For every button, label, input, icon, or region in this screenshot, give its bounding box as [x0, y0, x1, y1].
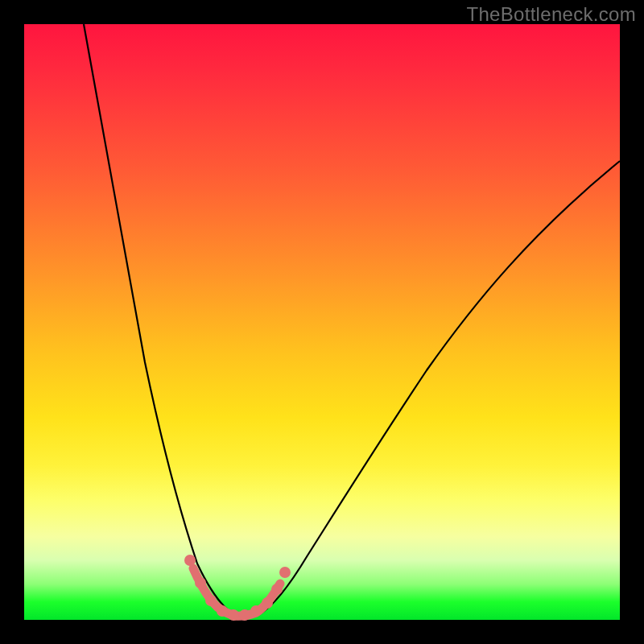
optimal-marker — [262, 597, 273, 609]
optimal-marker — [228, 609, 239, 621]
optimal-marker — [250, 605, 262, 617]
bottleneck-curve-svg — [24, 24, 620, 620]
plot-area — [24, 24, 620, 620]
chart-frame: TheBottleneck.com — [0, 0, 644, 644]
optimal-marker — [195, 577, 206, 588]
optimal-marker — [205, 595, 217, 606]
optimal-zone-path — [193, 568, 280, 616]
bottleneck-curve-path — [84, 24, 620, 617]
optimal-marker — [239, 609, 250, 621]
optimal-marker — [184, 555, 196, 566]
optimal-marker — [217, 605, 228, 617]
watermark-text: TheBottleneck.com — [466, 3, 636, 26]
optimal-marker — [279, 567, 291, 578]
optimal-marker — [271, 584, 283, 595]
